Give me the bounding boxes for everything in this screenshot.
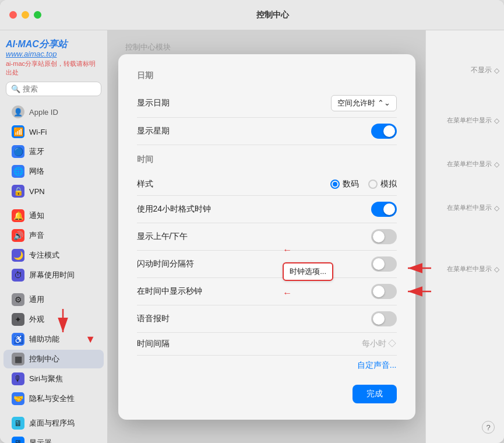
toggle-knob-ampm (373, 231, 385, 242)
sidebar-item-vpn[interactable]: 🔒 VPN (3, 182, 104, 201)
custom-sound-button[interactable]: 自定声音... (357, 360, 397, 371)
sidebar-label-notifications: 通知 (29, 210, 44, 221)
help-button[interactable]: ? (482, 421, 495, 434)
right-item-4: 在菜单栏中显示 ◇ (431, 203, 499, 212)
sidebar-label-network: 网络 (29, 166, 44, 177)
watermark-logo: AI·MAC分享站 (6, 38, 101, 50)
sidebar-label-accessibility: 辅助功能 (29, 334, 59, 344)
minimize-button[interactable] (22, 11, 29, 19)
sidebar-item-desktop[interactable]: 🖥 桌面与程序坞 (3, 414, 104, 433)
show-seconds-row: 在时间中显示秒钟 (137, 278, 397, 305)
modal-dialog: 日期 显示日期 空间允许时 ⌃⌄ 显示星期 (118, 54, 415, 420)
close-button[interactable] (9, 11, 17, 19)
sidebar-item-notifications[interactable]: 🔔 通知 (3, 206, 104, 225)
show-date-label: 显示日期 (137, 98, 331, 108)
show-weekday-toggle[interactable] (371, 124, 397, 139)
sidebar-item-screentime[interactable]: ⏱ 屏幕使用时间 (3, 266, 104, 284)
show-weekday-row: 显示星期 (137, 118, 397, 145)
date-section-title: 日期 (137, 71, 397, 81)
show-weekday-label: 显示星期 (137, 126, 371, 136)
sidebar-item-accessibility[interactable]: ♿ 辅助功能 ▼ (3, 330, 104, 349)
sidebar-item-general[interactable]: ⚙ 通用 (3, 290, 104, 309)
bluetooth-icon: 🔵 (12, 145, 24, 158)
siri-icon: 🎙 (12, 372, 24, 385)
custom-sound-row: 自定声音... (137, 356, 397, 375)
radio-digital[interactable]: 数码 (330, 179, 359, 189)
sidebar-item-wifi[interactable]: 📶 Wi-Fi (3, 122, 104, 141)
style-row: 样式 数码 模拟 (137, 173, 397, 196)
sidebar-label-appearance: 外观 (29, 314, 44, 325)
show-ampm-label: 显示上午/下午 (137, 231, 371, 242)
search-icon: 🔍 (11, 85, 20, 93)
modal-overlay: 日期 显示日期 空间允许时 ⌃⌄ 显示星期 (108, 30, 425, 443)
red-arrow-left-1: ← (283, 245, 292, 255)
toggle-knob-24h (383, 203, 395, 215)
main-panel: 控制中心模块 日期 显示日期 空间允许时 ⌃⌄ (108, 30, 425, 443)
arrow-to-seconds: ← (283, 288, 292, 298)
right-item-2: 在菜单栏中显示 ◇ (431, 116, 499, 125)
radio-digital-label: 数码 (343, 179, 359, 189)
sidebar-item-control-center[interactable]: ▦ 控制中心 (3, 350, 104, 368)
sidebar-label-desktop: 桌面与程序坞 (29, 418, 75, 428)
sidebar-item-appearance[interactable]: ✦ 外观 (3, 310, 104, 329)
sidebar-item-network[interactable]: 🌐 网络 (3, 162, 104, 181)
red-arrow-left-2: ← (283, 288, 292, 298)
show-seconds-toggle[interactable] (371, 284, 397, 299)
style-label: 样式 (137, 179, 330, 189)
wifi-icon: 📶 (12, 125, 24, 138)
radio-analog-circle (368, 180, 378, 189)
vpn-icon: 🔒 (12, 185, 24, 198)
toggle-knob (383, 125, 395, 137)
watermark-url: www.aimac.top (6, 50, 101, 58)
search-input[interactable] (23, 85, 96, 93)
desktop-icon: 🖥 (12, 417, 24, 430)
screentime-icon: ⏱ (12, 269, 24, 282)
radio-analog[interactable]: 模拟 (368, 179, 397, 189)
watermark-slogan: ai-mac分享站原创，转载请标明出处 (6, 59, 101, 77)
sidebar-item-sound[interactable]: 🔊 声音 (3, 226, 104, 245)
done-button[interactable]: 完成 (353, 385, 397, 403)
sidebar-item-siri[interactable]: 🎙 Siri与聚焦 (3, 370, 104, 388)
sidebar-label-apple-id: Apple ID (29, 108, 58, 117)
right-item-5-label: 在菜单栏中显示 (447, 265, 492, 273)
sidebar: AI·MAC分享站 www.aimac.top ai-mac分享站原创，转载请标… (0, 30, 108, 443)
appearance-icon: ✦ (12, 313, 24, 326)
sidebar-label-screentime: 屏幕使用时间 (29, 270, 75, 280)
clock-options-button[interactable]: 时钟选项... (283, 262, 333, 281)
sidebar-item-apple-id[interactable]: 👤 Apple ID (3, 103, 104, 121)
title-bar: 控制中心 (0, 0, 504, 30)
sidebar-label-bluetooth: 蓝牙 (29, 146, 44, 157)
control-center-icon: ▦ (12, 353, 24, 365)
general-icon: ⚙ (12, 293, 24, 306)
privacy-icon: 🤝 (12, 392, 24, 405)
use24h-toggle[interactable] (371, 202, 397, 217)
sidebar-label-siri: Siri与聚焦 (29, 374, 63, 384)
right-dropdown-chevron-1: ◇ (494, 66, 499, 75)
sidebar-item-privacy[interactable]: 🤝 隐私与安全性 (3, 389, 104, 408)
notifications-icon: 🔔 (12, 209, 24, 222)
sidebar-label-wifi: Wi-Fi (29, 128, 47, 136)
radio-digital-circle (330, 180, 340, 189)
flash-separator-toggle[interactable] (371, 256, 397, 272)
network-icon: 🌐 (12, 165, 24, 178)
show-date-dropdown[interactable]: 空间允许时 ⌃⌄ (331, 95, 397, 111)
interval-row: 时间间隔 每小时 ◇ (137, 333, 397, 356)
sidebar-label-vpn: VPN (29, 187, 45, 196)
sidebar-item-bluetooth[interactable]: 🔵 蓝牙 (3, 142, 104, 161)
sidebar-item-focus[interactable]: 🌙 专注模式 (3, 246, 104, 265)
radio-analog-label: 模拟 (380, 179, 397, 189)
sidebar-label-control-center: 控制中心 (29, 354, 59, 364)
right-item-1-label: 不显示 (471, 65, 492, 75)
announce-toggle[interactable] (371, 311, 397, 326)
flash-separator-label: 闪动时间分隔符 (137, 259, 371, 269)
right-item-4-label: 在菜单栏中显示 (447, 203, 492, 212)
done-row: 完成 (137, 385, 397, 403)
use24h-row: 使用24小时格式时钟 (137, 196, 397, 223)
show-ampm-toggle[interactable] (371, 229, 397, 244)
right-item-3-label: 在菜单栏中显示 (447, 160, 492, 168)
maximize-button[interactable] (34, 11, 41, 19)
sidebar-item-display[interactable]: 🖥 显示器 (3, 434, 104, 443)
show-ampm-row: 显示上午/下午 (137, 223, 397, 251)
right-item-2-label: 在菜单栏中显示 (447, 116, 492, 125)
sound-icon: 🔊 (12, 229, 24, 242)
